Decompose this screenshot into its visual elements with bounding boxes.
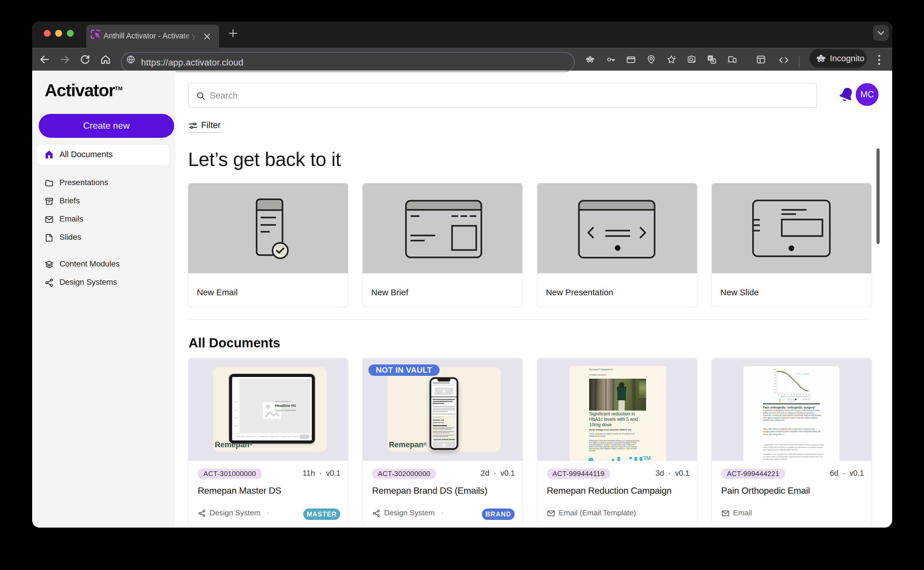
svg-text:——: —— (783, 401, 786, 402)
svg-text:≥40: ≥40 (790, 394, 792, 395)
svg-text:≥0: ≥0 (777, 394, 779, 395)
svg-text:10 mg n=278: 10 mg n=278 (788, 401, 796, 402)
svg-text:50 mg n=275: 50 mg n=275 (788, 398, 796, 400)
svg-text:G: G (709, 56, 712, 60)
svg-text:≥50: ≥50 (793, 394, 795, 395)
svg-text:100: 100 (773, 368, 776, 370)
svg-text:≥100: ≥100 (808, 394, 811, 395)
svg-text:20: 20 (774, 391, 776, 393)
svg-text:30: 30 (774, 388, 776, 390)
svg-text:——: —— (799, 398, 801, 400)
svg-text:60: 60 (774, 380, 776, 382)
svg-text:——: —— (783, 398, 786, 400)
svg-text:≥20: ≥20 (783, 394, 786, 395)
svg-text:≥80: ≥80 (802, 394, 805, 395)
svg-text:50: 50 (774, 383, 776, 385)
svg-text:≥10: ≥10 (780, 394, 783, 395)
svg-text:Reduction in pain intensity co: Reduction in pain intensity compared to … (781, 396, 811, 397)
svg-text:70: 70 (774, 377, 776, 378)
svg-text:75 mg n=278: 75 mg n=278 (803, 398, 810, 400)
svg-text:≥90: ≥90 (805, 394, 807, 395)
svg-text:80: 80 (774, 374, 776, 376)
svg-text:≥70: ≥70 (799, 394, 801, 395)
svg-text:40: 40 (774, 386, 776, 387)
svg-text:p<0.001 (vs. placebo): p<0.001 (vs. placebo) (795, 373, 809, 375)
svg-text:≥30: ≥30 (787, 394, 789, 395)
svg-text:≥60: ≥60 (796, 394, 798, 395)
svg-text:90: 90 (774, 371, 776, 373)
